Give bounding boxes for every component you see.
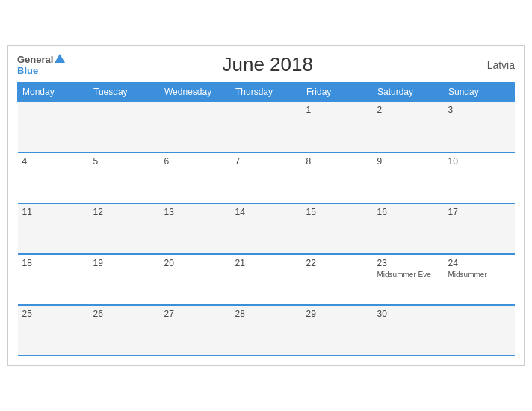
day-number: 15 — [306, 207, 368, 217]
weekday-header-tuesday: Tuesday — [89, 83, 160, 102]
week-row-5: 252627282930 — [18, 305, 515, 356]
day-number: 16 — [377, 207, 439, 217]
calendar-cell: 7 — [231, 152, 302, 203]
day-number: 6 — [164, 156, 226, 167]
day-number: 27 — [164, 309, 226, 319]
weekday-header-monday: Monday — [18, 83, 89, 102]
day-number: 28 — [235, 309, 297, 319]
day-number: 5 — [93, 156, 155, 167]
calendar-cell: 6 — [160, 152, 231, 203]
day-number: 23 — [377, 258, 439, 268]
logo: General Blue — [17, 54, 65, 76]
country-label: Latvia — [470, 59, 515, 71]
calendar-cell: 25 — [18, 305, 89, 356]
calendar-cell: 10 — [444, 152, 515, 203]
day-number: 10 — [448, 156, 510, 167]
calendar-cell — [160, 102, 231, 152]
calendar-cell: 16 — [373, 203, 444, 254]
calendar-cell — [231, 102, 302, 152]
calendar-cell: 23Midsummer Eve — [373, 254, 444, 305]
calendar-cell: 8 — [302, 152, 373, 203]
calendar-table: MondayTuesdayWednesdayThursdayFridaySatu… — [17, 82, 515, 356]
day-number: 17 — [448, 207, 510, 217]
event-label: Midsummer Eve — [377, 270, 439, 279]
weekday-header-wednesday: Wednesday — [160, 83, 231, 102]
calendar-cell: 17 — [444, 203, 515, 254]
calendar-cell: 5 — [89, 152, 160, 203]
calendar-cell: 26 — [89, 305, 160, 356]
day-number: 12 — [93, 207, 155, 217]
calendar-cell: 19 — [89, 254, 160, 305]
weekday-header-friday: Friday — [302, 83, 373, 102]
calendar-cell: 3 — [444, 102, 515, 152]
calendar-cell: 13 — [160, 203, 231, 254]
day-number: 4 — [22, 156, 84, 167]
week-row-1: 123 — [18, 102, 515, 152]
month-title: June 2018 — [65, 53, 470, 76]
calendar-cell: 2 — [373, 102, 444, 152]
day-number: 8 — [306, 156, 368, 167]
calendar-cell: 1 — [302, 102, 373, 152]
day-number: 20 — [164, 258, 226, 268]
week-row-2: 45678910 — [18, 152, 515, 203]
calendar-cell: 28 — [231, 305, 302, 356]
day-number: 1 — [306, 105, 368, 115]
day-number: 14 — [235, 207, 297, 217]
day-number: 11 — [22, 207, 84, 217]
logo-blue-text: Blue — [17, 65, 38, 76]
day-number: 21 — [235, 258, 297, 268]
calendar-cell: 14 — [231, 203, 302, 254]
day-number: 19 — [93, 258, 155, 268]
calendar-cell — [18, 102, 89, 152]
calendar-cell — [444, 305, 515, 356]
week-row-4: 181920212223Midsummer Eve24Midsummer — [18, 254, 515, 305]
calendar-cell: 15 — [302, 203, 373, 254]
calendar-cell: 22 — [302, 254, 373, 305]
weekday-header-thursday: Thursday — [231, 83, 302, 102]
week-row-3: 11121314151617 — [18, 203, 515, 254]
day-number: 26 — [93, 309, 155, 319]
day-number: 25 — [22, 309, 84, 319]
day-number: 2 — [377, 105, 439, 115]
event-label: Midsummer — [448, 270, 510, 279]
logo-general-text: General — [17, 54, 53, 65]
calendar-cell: 11 — [18, 203, 89, 254]
day-number: 30 — [377, 309, 439, 319]
day-number: 9 — [377, 156, 439, 167]
calendar-cell: 12 — [89, 203, 160, 254]
weekday-header-row: MondayTuesdayWednesdayThursdayFridaySatu… — [18, 83, 515, 102]
weekday-header-saturday: Saturday — [373, 83, 444, 102]
day-number: 29 — [306, 309, 368, 319]
calendar-cell: 24Midsummer — [444, 254, 515, 305]
calendar-cell: 21 — [231, 254, 302, 305]
day-number: 13 — [164, 207, 226, 217]
calendar-cell: 20 — [160, 254, 231, 305]
calendar-cell: 30 — [373, 305, 444, 356]
weekday-header-sunday: Sunday — [444, 83, 515, 102]
day-number: 18 — [22, 258, 84, 268]
day-number: 22 — [306, 258, 368, 268]
calendar-cell: 9 — [373, 152, 444, 203]
calendar-cell: 27 — [160, 305, 231, 356]
calendar-header: General Blue June 2018 Latvia — [17, 53, 515, 76]
calendar-cell: 29 — [302, 305, 373, 356]
calendar-cell: 4 — [18, 152, 89, 203]
calendar-cell — [89, 102, 160, 152]
day-number: 24 — [448, 258, 510, 268]
calendar-container: General Blue June 2018 Latvia MondayTues… — [7, 45, 525, 366]
day-number: 3 — [448, 105, 510, 115]
logo-triangle-icon — [55, 54, 65, 63]
day-number: 7 — [235, 156, 297, 167]
calendar-cell: 18 — [18, 254, 89, 305]
